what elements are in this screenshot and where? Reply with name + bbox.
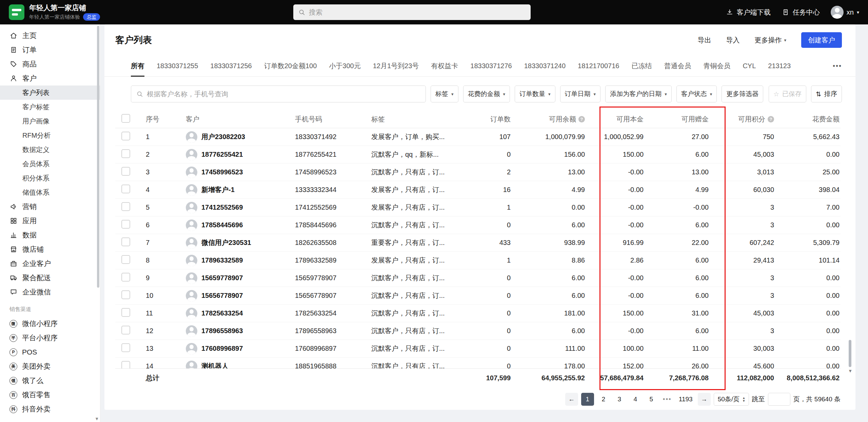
customer-name[interactable]: 15656778907 [201,292,243,300]
filter-dropdown-0[interactable]: 标签▾ [431,85,458,102]
tab-9[interactable]: 18121700716 [578,56,619,77]
column-header[interactable]: 可用余额? [511,115,585,124]
customer-name[interactable]: 15659778907 [201,274,243,282]
task-center-button[interactable]: 任务中心 [782,8,820,17]
sidebar-item-data[interactable]: 数据 [0,228,100,242]
filter-dropdown-5[interactable]: 客户状态▾ [676,85,717,102]
sidebar-item-delivery[interactable]: 聚合配送 [0,271,100,285]
customer-name[interactable]: 17896332589 [201,256,243,264]
row-checkbox[interactable] [121,343,130,352]
tab-7[interactable]: 18330371276 [470,56,512,77]
tab-5[interactable]: 12月1号到23号 [373,56,419,77]
saved-filters-button[interactable]: ☆ 已保存 [769,85,806,102]
next-page-button[interactable]: → [698,393,711,406]
row-checkbox[interactable] [121,149,130,158]
sidebar-subitem-customer-tags[interactable]: 客户标签 [0,100,100,114]
row-checkbox[interactable] [121,185,130,193]
column-header[interactable]: 手机号码 [295,115,371,124]
row-checkbox[interactable] [121,255,130,264]
sidebar-item-pos[interactable]: PPOS [0,345,100,359]
customer-name[interactable]: 18776255421 [201,151,243,158]
row-checkbox[interactable] [121,326,130,334]
column-header[interactable]: 可用赠金 [644,115,709,124]
tab-6[interactable]: 有权益卡 [431,56,458,77]
sidebar-item-marketing[interactable]: 营销 [0,199,100,214]
tab-14[interactable]: 213123 [768,56,791,77]
pagination-page-3[interactable]: 3 [613,393,626,406]
customer-search-input[interactable] [147,90,421,98]
pagination-page-1[interactable]: 1 [581,393,594,406]
column-header[interactable]: 可用积分? [709,115,774,124]
row-checkbox[interactable] [121,361,130,368]
row-checkbox[interactable] [121,237,130,246]
tab-1[interactable]: 18330371255 [157,56,198,77]
sidebar-item-apps[interactable]: 应用 [0,214,100,228]
sidebar-item-douyin[interactable]: 抖抖音外卖 [0,402,100,416]
more-filters-button[interactable]: 更多筛选器 [722,85,763,102]
tab-8[interactable]: 18330371240 [524,56,566,77]
customer-name[interactable]: 新增客户-1 [201,185,235,194]
jump-page-input[interactable] [768,393,790,406]
sidebar-item-customers[interactable]: 客户 [0,71,100,85]
export-button[interactable]: 导出 [697,36,711,45]
tab-4[interactable]: 小于300元 [329,56,360,77]
column-header[interactable]: 可用本金 [585,115,644,124]
customer-name[interactable]: 17896558963 [201,327,243,335]
customer-name[interactable]: 17858445696 [201,221,243,229]
customer-name[interactable]: 17412552569 [201,204,243,211]
info-icon[interactable]: ? [578,116,585,122]
table-scrollbar-thumb[interactable] [849,340,851,367]
sidebar-scroll-down-icon[interactable]: ▼ [95,416,99,421]
pagination-page-1193[interactable]: 1193 [677,393,695,406]
import-button[interactable]: 导入 [726,36,739,45]
sidebar-item-eleme[interactable]: 饿饿了么 [0,373,100,388]
create-customer-button[interactable]: 创建客户 [801,32,842,48]
sidebar-item-goods[interactable]: 商品 [0,57,100,71]
global-search-input[interactable] [309,8,526,16]
filter-dropdown-2[interactable]: 订单数量▾ [515,85,555,102]
tab-10[interactable]: 已冻结 [631,56,652,77]
column-header[interactable]: 序号 [132,115,183,124]
sidebar-item-ebai-retail[interactable]: 百饿百零售 [0,388,100,402]
tab-12[interactable]: 青铜会员 [703,56,730,77]
sidebar-item-platform-mini[interactable]: 平平台小程序 [0,331,100,345]
tab-2[interactable]: 18330371256 [210,56,252,77]
sidebar-subitem-user-profile[interactable]: 用户画像 [0,114,100,128]
sidebar-item-home[interactable]: 主页 [0,28,100,43]
customer-search[interactable] [131,85,426,102]
customer-name[interactable]: 微信用户230531 [201,238,251,247]
sidebar-subitem-stored-value-system[interactable]: 储值体系 [0,185,100,199]
sidebar-item-meituan[interactable]: 美美团外卖 [0,359,100,373]
client-download-button[interactable]: 客户端下载 [726,8,771,17]
more-actions-button[interactable]: 更多操作 ▾ [754,36,786,45]
global-search[interactable] [293,4,531,20]
row-checkbox[interactable] [121,290,130,299]
filter-dropdown-1[interactable]: 花费的金额▾ [463,85,510,102]
pagination-page-4[interactable]: 4 [629,393,642,406]
sidebar-subitem-points-system[interactable]: 积分体系 [0,171,100,185]
pagination-page-5[interactable]: 5 [645,393,658,406]
pagination-page-2[interactable]: 2 [597,393,610,406]
row-checkbox[interactable] [121,308,130,317]
column-header[interactable]: 订单数 [454,115,511,124]
customer-name[interactable]: 17608996897 [201,345,243,352]
tab-11[interactable]: 普通会员 [664,56,691,77]
store-logo[interactable] [9,4,24,20]
column-header[interactable]: 标签 [371,115,454,124]
page-size-select[interactable]: 50条/页 ▴▾ [714,393,749,406]
tab-3[interactable]: 订单数20金额100 [264,56,317,77]
info-icon[interactable]: ? [768,116,774,122]
tabs-more-button[interactable]: ••• [833,62,842,70]
row-checkbox[interactable] [121,220,130,229]
tab-all[interactable]: 所有 [131,56,144,77]
sidebar-subitem-rfm-analysis[interactable]: RFM分析 [0,128,100,142]
column-header[interactable]: 客户 [183,115,295,124]
customer-name[interactable]: 用户23082203 [201,132,245,141]
row-checkbox[interactable] [121,202,130,211]
sidebar-subitem-customer-list[interactable]: 客户列表 [0,85,100,100]
sidebar-item-enterprise-customer[interactable]: 企业客户 [0,256,100,271]
row-checkbox[interactable] [121,132,130,140]
sidebar-scrollbar[interactable] [97,26,99,288]
sidebar-item-wecom[interactable]: 企业微信 [0,285,100,299]
select-all-checkbox[interactable] [121,114,130,123]
